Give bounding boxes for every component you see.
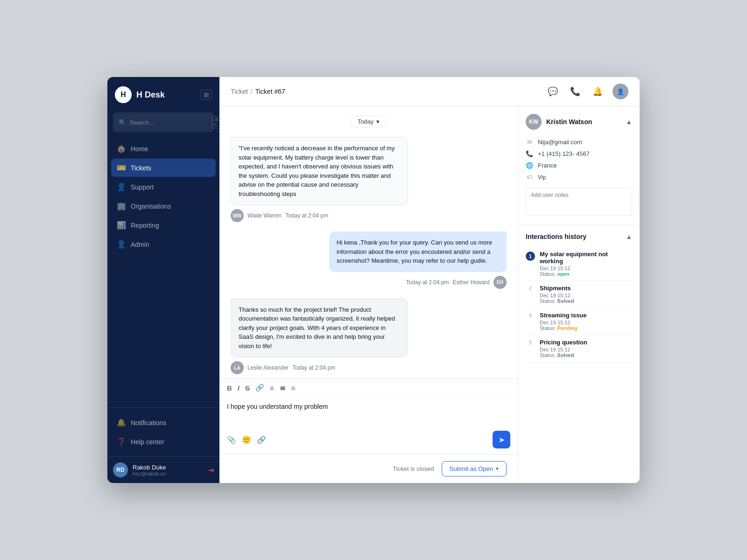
sender-time-2: Today at 2:04 pm bbox=[406, 279, 449, 286]
phone-icon-button[interactable]: 📞 bbox=[568, 84, 583, 99]
interaction-info-4: Streaming issue Dec 19 15:12 Status: Pen… bbox=[540, 312, 586, 331]
home-icon: 🏠 bbox=[117, 144, 126, 153]
contact-section: KW Kristin Watson ▲ ✉ Nija@gmail.com 📞 +… bbox=[518, 106, 640, 225]
interactions-collapse-icon[interactable]: ▲ bbox=[626, 233, 632, 240]
interaction-item-2[interactable]: 2 Shipments Dec 19 15:12 Status: Solved bbox=[526, 281, 632, 308]
attach-file-icon[interactable]: 📎 bbox=[227, 435, 236, 444]
sidebar-item-label-help: Help center bbox=[131, 438, 164, 446]
sender-avatar-2: EH bbox=[493, 276, 507, 289]
format-bold-button[interactable]: B bbox=[227, 384, 232, 392]
reply-box: B I S 🔗 ≡ ≣ ≡ I hope you understand my p… bbox=[219, 378, 518, 454]
sidebar-item-admin[interactable]: 👤 Admin bbox=[111, 235, 216, 253]
sidebar-search-container[interactable]: 🔍 ⌘ K bbox=[113, 112, 214, 132]
status-value-4: Pending bbox=[557, 325, 577, 331]
interaction-num-1: 1 bbox=[526, 252, 535, 261]
status-label-5: Status: bbox=[540, 352, 556, 358]
contact-header: KW Kristin Watson ▲ bbox=[526, 114, 632, 130]
sidebar-nav: 🏠 Home 🎫 Tickets 👤 Support 🏢 Organisatio… bbox=[107, 140, 219, 407]
user-notes-textarea[interactable] bbox=[526, 188, 632, 216]
status-value-1: open bbox=[557, 271, 569, 277]
message-meta-2: EH Esther Howard Today at 2:04 pm bbox=[406, 276, 507, 289]
interaction-date-2: Dec 19 15:12 bbox=[540, 293, 574, 298]
contact-location: France bbox=[538, 162, 557, 169]
interaction-item-1[interactable]: 1 My solar equipment not working Dec 19 … bbox=[526, 247, 632, 281]
contact-tag-row: 🏷 Vip bbox=[526, 171, 632, 183]
reply-actions: 📎 🙂 🔗 ➤ bbox=[219, 427, 518, 454]
organisations-icon: 🏢 bbox=[117, 202, 126, 210]
interaction-status-5: Status: Solved bbox=[540, 352, 587, 358]
bell-icon-button[interactable]: 🔔 bbox=[590, 84, 605, 99]
date-chevron-icon: ▾ bbox=[376, 118, 380, 125]
interaction-title-5: Pricing question bbox=[540, 339, 587, 346]
sidebar-item-organisations[interactable]: 🏢 Organisations bbox=[111, 197, 216, 215]
search-input[interactable] bbox=[130, 119, 208, 126]
link-icon[interactable]: 🔗 bbox=[257, 435, 266, 444]
sidebar-item-label-notifications: Notifications bbox=[131, 419, 166, 427]
sender-name-1: Wade Warren bbox=[247, 212, 282, 219]
message-meta-1: WW Wade Warren Today at 2:04 pm bbox=[231, 209, 328, 222]
sidebar-item-notifications[interactable]: 🔔 Notifications bbox=[111, 413, 216, 432]
main-content: Ticket / Ticket #67 💬 📞 🔔 👤 Today bbox=[219, 77, 640, 483]
sidebar-footer: RD Rakob Duke hey@rakob.co ⇥ bbox=[107, 456, 219, 483]
format-unordered-list-button[interactable]: ≣ bbox=[280, 384, 286, 392]
contact-collapse-icon[interactable]: ▲ bbox=[626, 118, 632, 126]
email-icon: ✉ bbox=[526, 139, 533, 146]
format-italic-button[interactable]: I bbox=[238, 384, 240, 392]
sidebar-item-home[interactable]: 🏠 Home bbox=[111, 140, 216, 158]
reply-toolbar: B I S 🔗 ≡ ≣ ≡ bbox=[219, 379, 518, 397]
app-container: H H Desk ⊞ 🔍 ⌘ K 🏠 Home 🎫 Tickets 👤 Supp… bbox=[107, 77, 640, 483]
interaction-title-1: My solar equipment not working bbox=[540, 251, 632, 265]
sender-name-3: Leslie Alexander bbox=[247, 364, 289, 371]
message-bubble-3: Thanks so much for the project brief! Th… bbox=[231, 298, 408, 358]
sidebar-item-label-reporting: Reporting bbox=[131, 222, 159, 229]
contact-name: Kristin Watson bbox=[546, 118, 592, 126]
format-strikethrough-button[interactable]: S bbox=[245, 384, 250, 392]
sender-avatar-3: LA bbox=[231, 361, 244, 374]
sidebar-item-reporting[interactable]: 📊 Reporting bbox=[111, 216, 216, 234]
send-button[interactable]: ➤ bbox=[493, 431, 510, 448]
contact-name-row: KW Kristin Watson bbox=[526, 114, 592, 130]
contact-email: Nija@gmail.com bbox=[538, 139, 582, 146]
search-icon: 🔍 bbox=[119, 119, 126, 126]
contact-vip-tag: Vip bbox=[538, 174, 546, 181]
status-label-4: Status: bbox=[540, 325, 556, 331]
logout-icon[interactable]: ⇥ bbox=[208, 466, 214, 475]
status-label-2: Status: bbox=[540, 298, 556, 304]
phone-icon: 📞 bbox=[526, 150, 533, 157]
user-name: Rakob Duke bbox=[133, 464, 203, 471]
sidebar-item-label-admin: Admin bbox=[131, 241, 149, 248]
interaction-item-5[interactable]: 5 Pricing question Dec 19 15:12 Status: … bbox=[526, 335, 632, 362]
reply-attach-icons: 📎 🙂 🔗 bbox=[227, 435, 266, 444]
location-icon: 🌐 bbox=[526, 162, 533, 169]
chat-icon-button[interactable]: 💬 bbox=[545, 84, 560, 99]
interactions-header: Interactions history ▲ bbox=[526, 233, 632, 240]
interaction-date-4: Dec 19 15:12 bbox=[540, 320, 586, 325]
format-link-button[interactable]: 🔗 bbox=[255, 384, 264, 392]
interaction-title-2: Shipments bbox=[540, 285, 574, 292]
interaction-status-1: Status: open bbox=[540, 271, 632, 277]
sidebar-item-support[interactable]: 👤 Support bbox=[111, 178, 216, 196]
contact-email-row: ✉ Nija@gmail.com bbox=[526, 136, 632, 148]
sidebar-item-help-center[interactable]: ❓ Help center bbox=[111, 433, 216, 451]
submit-as-open-button[interactable]: Submit as Open ▾ bbox=[442, 461, 507, 476]
interaction-status-2: Status: Solved bbox=[540, 298, 574, 304]
breadcrumb-current: Ticket #67 bbox=[255, 88, 285, 95]
format-indent-button[interactable]: ≡ bbox=[291, 384, 296, 392]
sidebar: H H Desk ⊞ 🔍 ⌘ K 🏠 Home 🎫 Tickets 👤 Supp… bbox=[107, 77, 219, 483]
collapse-button[interactable]: ⊞ bbox=[201, 90, 212, 100]
tickets-icon: 🎫 bbox=[117, 163, 126, 172]
sidebar-item-tickets[interactable]: 🎫 Tickets bbox=[111, 159, 216, 177]
date-badge[interactable]: Today ▾ bbox=[351, 116, 387, 127]
user-info: Rakob Duke hey@rakob.co bbox=[133, 464, 203, 476]
interaction-item-4[interactable]: 4 Streaming issue Dec 19 15:12 Status: P… bbox=[526, 308, 632, 335]
help-icon: ❓ bbox=[117, 437, 126, 446]
contact-avatar: KW bbox=[526, 114, 542, 130]
message-group-1: "I've recently noticed a decrease in the… bbox=[231, 137, 507, 222]
emoji-icon[interactable]: 🙂 bbox=[242, 435, 251, 444]
breadcrumb: Ticket / Ticket #67 bbox=[231, 88, 285, 95]
ticket-footer: Ticket is closed Submit as Open ▾ bbox=[219, 454, 518, 483]
sidebar-item-label-organisations: Organisations bbox=[131, 203, 171, 210]
header-user-avatar[interactable]: 👤 bbox=[613, 84, 628, 99]
reply-input[interactable]: I hope you understand my problem bbox=[219, 397, 518, 425]
format-ordered-list-button[interactable]: ≡ bbox=[270, 384, 274, 392]
